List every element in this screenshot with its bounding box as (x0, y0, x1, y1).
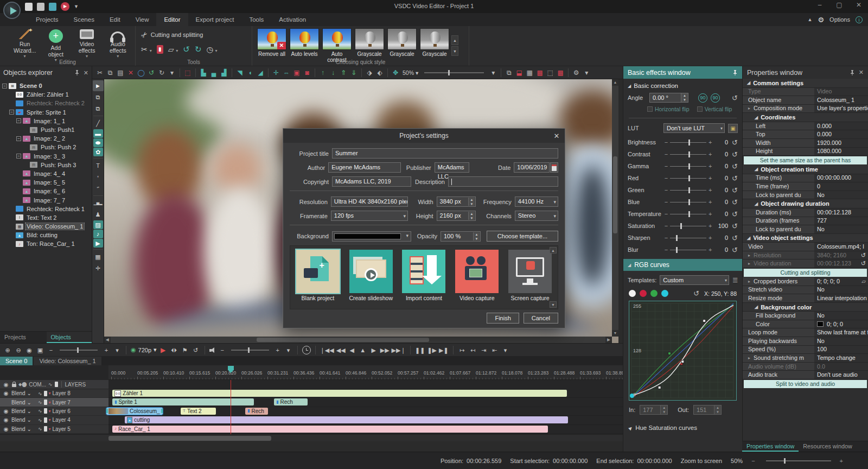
cancel-button[interactable]: Cancel (524, 313, 558, 324)
angle-input[interactable]: 0.00 °▲▼ (649, 93, 688, 103)
maximize-button[interactable]: ▢ (834, 1, 844, 9)
gallery-scrollbar[interactable]: ▲▼ (550, 247, 557, 308)
tree-item-image-2-2[interactable]: −▲Image: 2_ 2 (0, 134, 92, 143)
align-middle-icon[interactable]: ◖ (246, 68, 254, 78)
template-blank-project[interactable]: Blank project (296, 250, 340, 305)
selection-to-cursor-icon[interactable]: ↦ (458, 345, 467, 355)
slider-reset-icon[interactable]: ↺ (732, 138, 738, 147)
fit-rect-icon[interactable]: ▣ (292, 68, 301, 78)
expand-arrow-icon[interactable]: ▸ (748, 354, 752, 362)
blend-mode-select[interactable]: Blend⌄ (11, 400, 36, 405)
tree-item-push-push-3[interactable]: ▤Push: Push 3 (0, 161, 92, 169)
tree-item-text-text-2[interactable]: IText: Text 2 (0, 213, 92, 222)
rotate-cw-icon[interactable]: ↻ (195, 45, 202, 54)
curve-point[interactable] (668, 352, 671, 355)
timeline-zoom-out-icon[interactable]: ⊖ (14, 345, 23, 355)
tree-item-image-1-1[interactable]: −▲Image: 1_ 1 (0, 117, 92, 125)
property-value[interactable]: Video (814, 88, 868, 96)
move-up-icon[interactable]: ↑ (318, 68, 327, 78)
property-value[interactable]: Colosseum_ 1 (814, 96, 868, 104)
property-group-common-settings[interactable]: ◢Common settings (743, 79, 868, 88)
slider-plus-icon[interactable]: + (707, 163, 713, 169)
canvas-zoom-slider[interactable] (424, 72, 484, 73)
fit-width-icon[interactable]: ⇔ (282, 68, 291, 78)
rotate-90-ccw-icon[interactable]: 90 (698, 93, 707, 103)
move-bottom-icon[interactable]: ⇓ (349, 68, 358, 78)
blend-mode-select[interactable]: Blend⌄ (11, 390, 36, 396)
timeline-zoom-minus-icon[interactable]: − (47, 345, 55, 355)
deselect-icon[interactable]: ◯ (137, 68, 145, 78)
property-value[interactable]: 100 (814, 346, 868, 354)
property-row-duration-frames[interactable]: Duration (frames727 (743, 217, 868, 226)
clip-cutting[interactable]: ▲cutting (125, 416, 568, 423)
undo-icon[interactable]: ↺ (147, 68, 156, 78)
crop-icon[interactable]: ▱ (861, 277, 866, 286)
layer-waveform-icon[interactable]: ∿ (38, 417, 42, 423)
text-tool-icon[interactable]: T (93, 160, 104, 171)
layer-waveform-icon[interactable]: ∿ (38, 426, 42, 432)
property-row-left[interactable]: Left0.000 (743, 122, 868, 131)
curve-point[interactable] (703, 320, 706, 322)
finish-button[interactable]: Finish (487, 313, 519, 324)
fit-both-icon[interactable]: ✛ (272, 68, 280, 78)
close-panel-icon[interactable]: ✕ (859, 69, 864, 76)
zoom-slider[interactable] (766, 460, 831, 461)
duplicate-tool-icon[interactable]: ⧉ (93, 92, 104, 103)
tab-projects-explorer[interactable]: Projects explorer (0, 332, 47, 343)
tree-item-rechteck-rechteck-1[interactable]: Rechteck: Rechteck 1 (0, 205, 92, 213)
property-row-lock-to-parent-du[interactable]: Lock to parent duNo (743, 191, 868, 200)
slider-track[interactable] (670, 214, 706, 214)
ribbon-collapse-icon[interactable]: ▲ (808, 17, 813, 22)
slider-minus-icon[interactable]: − (663, 223, 669, 229)
resolution-select[interactable]: Ultra HD 4K 3840x2160 pixels (16 (331, 197, 408, 207)
channel-cyan-dot[interactable] (661, 290, 668, 297)
curve-point[interactable] (681, 360, 684, 363)
transport-options-caret-icon[interactable]: ▾ (501, 345, 510, 355)
property-row-fill-background[interactable]: Fill backgroundNo (743, 312, 868, 320)
slider-thumb[interactable] (676, 247, 678, 253)
slider-thumb[interactable] (688, 199, 690, 205)
curve-in-input[interactable]: 177▲▼ (640, 405, 668, 415)
snap-objects-icon[interactable]: ⬓ (515, 68, 524, 78)
property-row-audio-track[interactable]: Audio trackDon't use audio (743, 371, 868, 379)
align-top-icon[interactable]: ◥ (235, 68, 244, 78)
quick-style-grayscale[interactable]: Grayscale (354, 28, 385, 63)
timeline-scrollbar[interactable] (0, 434, 623, 441)
align-center-h-icon[interactable]: ▄ (209, 68, 218, 78)
layer-effects-icon[interactable] (44, 417, 47, 423)
property-row-time-ms-[interactable]: Time (ms)00:00:00.000 (743, 174, 868, 183)
line-tool-icon[interactable]: ╱ (93, 118, 104, 129)
property-group-object-drawing-duration[interactable]: ◢Object drawing duration (743, 199, 868, 208)
rotate-90-cw-icon[interactable]: 90 (711, 93, 720, 103)
lock-column-icon[interactable] (12, 384, 16, 387)
tree-item-image-3-3[interactable]: −▲Image: 3_ 3 (0, 152, 92, 161)
clip-handle-right[interactable] (161, 409, 163, 413)
template-create-slideshow[interactable]: Create slideshow (349, 250, 393, 305)
slider-thumb[interactable] (688, 187, 690, 193)
property-row-stretch-video[interactable]: Stretch videoNo (743, 286, 868, 295)
tree-item-image-7-7[interactable]: ▲Image: 7_ 7 (0, 195, 92, 204)
menu-tab-editor[interactable]: Editor (156, 13, 188, 26)
close-panel-icon[interactable]: ✕ (84, 69, 88, 77)
menu-tab-view[interactable]: View (128, 13, 157, 26)
timeline-zoom-in-icon[interactable]: ⊕ (3, 345, 12, 355)
image-tool-icon[interactable]: ▨ (93, 220, 103, 229)
slider-reset-icon[interactable]: ↺ (732, 222, 738, 230)
property-value[interactable]: 1920.000 (814, 139, 868, 147)
trim-tool-icon[interactable]: ▮ (157, 45, 163, 54)
property-row-lock-to-parent-du[interactable]: Lock to parent duNo (743, 225, 868, 234)
rgb-curve-graph[interactable]: 2551280 (629, 301, 737, 401)
volume-icon[interactable] (209, 347, 216, 353)
vertical-flip-checkbox[interactable]: Vertical flip (697, 106, 732, 112)
angle-reset-icon[interactable]: ↺ (732, 94, 738, 102)
property-value[interactable]: 00:00:12.123↺ (814, 259, 868, 268)
property-row-width[interactable]: Width1920.000 (743, 139, 868, 148)
video-effects-button[interactable]: Video effects▾ (74, 28, 100, 59)
pattern-tool-icon[interactable]: ▦ (93, 251, 104, 262)
play-pause-icon[interactable]: ❚▶ (427, 345, 437, 355)
cursor-to-selection-icon[interactable]: ↤ (469, 345, 477, 355)
fit-center-icon[interactable]: ◙ (303, 68, 311, 78)
description-input[interactable] (448, 176, 558, 187)
quick-style-auto-levels[interactable]: Auto levels (289, 28, 320, 63)
pin-icon[interactable] (732, 69, 738, 76)
